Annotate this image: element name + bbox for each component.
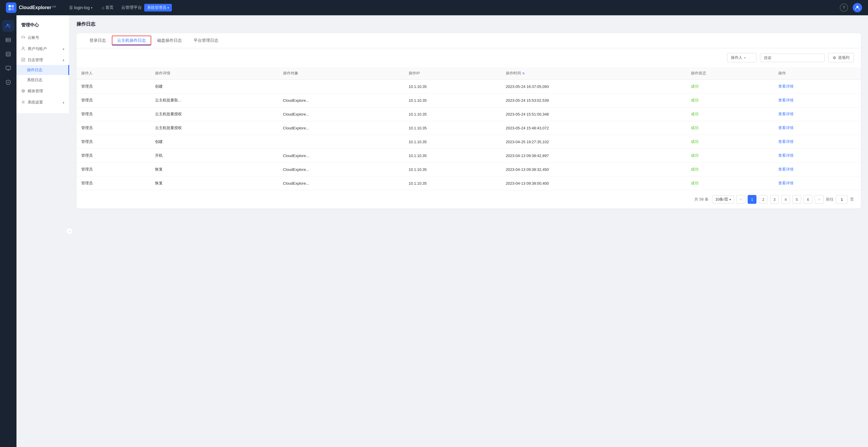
sidebar-module-management-label: 模块管理 (28, 89, 43, 94)
cell-action[interactable]: 查看详情 (774, 177, 861, 190)
top-navigation: CloudExplorerLite ☰ login-log ▾ ⌂ 首页 云管理… (0, 0, 868, 15)
cell-ip: 10.1.10.35 (404, 163, 501, 177)
sidebar-title: 管理中心 (17, 20, 69, 33)
cell-target: CloudExplore... (278, 94, 404, 107)
nav-home[interactable]: ⌂ 首页 (98, 3, 118, 12)
cloud-icon (21, 35, 25, 40)
sidebar-icon-storage[interactable] (2, 48, 14, 60)
sidebar-system-settings-label: 系统设置 (28, 100, 43, 105)
view-detail-link[interactable]: 查看详情 (778, 84, 794, 89)
chevron-down-icon: ∨ (62, 101, 64, 104)
view-detail-link[interactable]: 查看详情 (778, 98, 794, 102)
help-icon: ? (843, 5, 845, 10)
cell-time: 2023-04-13 09:38:42,897 (501, 149, 686, 163)
cell-time: 2023-05-24 15:48:43,072 (501, 121, 686, 135)
nav-home-label: 首页 (105, 5, 114, 10)
operator-filter-select[interactable]: 操作人 ▾ (727, 53, 756, 62)
svg-point-9 (7, 39, 7, 39)
cell-action[interactable]: 查看详情 (774, 121, 861, 135)
left-sidebar: 管理中心 云账号 (17, 15, 69, 113)
cell-action[interactable]: 查看详情 (774, 163, 861, 177)
cell-time: 2023-05-24 15:51:00,348 (501, 107, 686, 121)
cell-target: CloudExplore... (278, 163, 404, 177)
svg-rect-1 (11, 5, 14, 7)
tab-login-log[interactable]: 登录日志 (84, 33, 112, 48)
page-size-select[interactable]: 10条/页 ▾ (712, 195, 734, 203)
cell-detail: 云主机批量取... (150, 94, 278, 107)
cell-detail: 开机 (150, 149, 278, 163)
sidebar-icon-security[interactable] (2, 76, 14, 88)
cell-ip: 10.1.10.35 (404, 107, 501, 121)
sidebar-item-cloud-account[interactable]: 云账号 (17, 33, 69, 43)
pagination-page-3[interactable]: 3 (770, 195, 779, 204)
filter-label: 操作人 (731, 55, 742, 60)
view-detail-link[interactable]: 查看详情 (778, 167, 794, 171)
cell-action[interactable]: 查看详情 (774, 135, 861, 149)
pagination-goto-input[interactable] (836, 195, 848, 204)
sidebar-icon-monitor[interactable] (2, 62, 14, 74)
pagination-page-4[interactable]: 4 (781, 195, 790, 204)
cell-operator: 管理员 (76, 163, 150, 177)
content-card: 登录日志 云主机操作日志 磁盘操作日志 平台管理日志 操作人 ▾ ⚙ 选项列 (76, 33, 861, 209)
sidebar-cloud-account-label: 云账号 (28, 35, 39, 40)
cell-target: CloudExplore... (278, 121, 404, 135)
svg-point-28 (23, 101, 24, 103)
pagination-prev-button[interactable]: ‹ (737, 195, 745, 204)
cell-action[interactable]: 查看详情 (774, 94, 861, 107)
options-columns-button[interactable]: ⚙ 选项列 (828, 53, 854, 62)
chevron-down-icon: ▾ (744, 56, 746, 59)
cell-action[interactable]: 查看详情 (774, 149, 861, 163)
svg-point-10 (7, 41, 7, 41)
cell-operator: 管理员 (76, 135, 150, 149)
user-icon (21, 46, 25, 52)
view-detail-link[interactable]: 查看详情 (778, 126, 794, 130)
nav-admin-badge[interactable]: 系统管理员 ▾ (144, 4, 172, 11)
logo-area[interactable]: CloudExplorerLite (6, 2, 56, 13)
nav-right: ? (840, 3, 862, 12)
cell-action[interactable]: 查看详情 (774, 107, 861, 121)
tab-vm-operation-log[interactable]: 云主机操作日志 (112, 36, 151, 45)
help-button[interactable]: ? (840, 3, 848, 12)
svg-point-5 (7, 24, 8, 26)
view-detail-link[interactable]: 查看详情 (778, 153, 794, 158)
sidebar-item-log-management[interactable]: 日志管理 ∧ (17, 55, 69, 65)
table-container: 操作人 操作详情 操作对象 操作IP 操作时间 ⇅ 操作状态 操作 (76, 67, 861, 190)
col-header-time[interactable]: 操作时间 ⇅ (501, 67, 686, 80)
sidebar-icon-instances[interactable] (2, 34, 14, 46)
sidebar-collapse-button[interactable]: ‹ (66, 228, 73, 235)
page-title: 操作日志 (76, 21, 861, 27)
cell-action[interactable]: 查看详情 (774, 80, 861, 94)
search-input[interactable] (760, 54, 825, 62)
sidebar-item-module-management[interactable]: 模块管理 (17, 86, 69, 96)
svg-point-23 (23, 90, 24, 92)
options-label: 选项列 (838, 55, 849, 60)
sidebar-item-system-log[interactable]: 系统日志 (17, 75, 69, 85)
pagination-next-button[interactable]: › (815, 195, 824, 204)
sidebar-log-management-label: 日志管理 (28, 57, 43, 63)
cell-ip: 10.1.10.35 (404, 121, 501, 135)
cell-ip: 10.1.10.35 (404, 177, 501, 190)
col-header-operator: 操作人 (76, 67, 150, 80)
pagination-page-2[interactable]: 2 (759, 195, 768, 204)
table-body: 管理员 创建 10.1.10.35 2023-05-24 16:37:05,09… (76, 80, 861, 190)
sidebar-item-operation-log[interactable]: 操作日志 (17, 65, 69, 75)
cell-ip: 10.1.10.35 (404, 94, 501, 107)
tab-disk-operation-log[interactable]: 磁盘操作日志 (151, 33, 188, 48)
user-avatar[interactable] (853, 3, 862, 12)
pagination-page-5[interactable]: 5 (793, 195, 801, 204)
view-detail-link[interactable]: 查看详情 (778, 139, 794, 144)
tab-platform-mgmt-log[interactable]: 平台管理日志 (188, 33, 224, 48)
nav-products[interactable]: ☰ login-log ▾ (65, 3, 96, 12)
pagination-page-1[interactable]: 1 (748, 195, 756, 204)
cell-target (278, 135, 404, 149)
nav-menu: ☰ login-log ▾ ⌂ 首页 云管理平台 系统管理员 ▾ (65, 3, 840, 12)
view-detail-link[interactable]: 查看详情 (778, 181, 794, 185)
cell-detail: 创建 (150, 80, 278, 94)
view-detail-link[interactable]: 查看详情 (778, 112, 794, 116)
pagination-page-6[interactable]: 6 (804, 195, 812, 204)
sidebar-icon-users[interactable] (2, 20, 14, 32)
sidebar-item-users-tenants[interactable]: 用户与租户 ∨ (17, 44, 69, 54)
sidebar-section-system-settings: 系统设置 ∨ (17, 97, 69, 107)
sidebar-item-system-settings[interactable]: 系统设置 ∨ (17, 97, 69, 107)
cell-time: 2023-05-24 15:53:02,539 (501, 94, 686, 107)
